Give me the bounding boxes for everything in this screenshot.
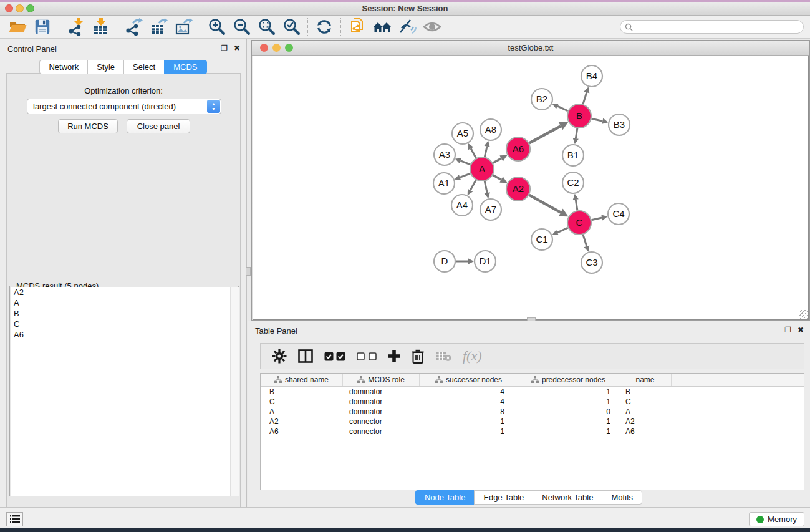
table-cell[interactable]: B <box>619 387 672 396</box>
table-row[interactable]: Bdominator41B <box>261 387 804 397</box>
tab-mcds[interactable]: MCDS <box>164 60 206 74</box>
table-cell[interactable]: 1 <box>420 427 518 436</box>
graph-edge-A-A4[interactable] <box>470 180 476 191</box>
split-divider-handle-left[interactable] <box>246 267 251 276</box>
graph-edge-A-A7[interactable] <box>485 181 487 193</box>
mcds-result-list[interactable]: A2ABCA6 <box>11 287 239 496</box>
table-cell[interactable]: dominator <box>343 407 420 416</box>
function-builder-button-disabled[interactable]: f(x) <box>463 348 482 364</box>
zoom-out-button[interactable] <box>229 17 254 37</box>
resize-grip[interactable] <box>799 310 808 319</box>
graph-edge-C-C2[interactable] <box>576 200 577 210</box>
delete-table-button-disabled[interactable] <box>435 351 451 362</box>
table-row[interactable]: A2connector11A2 <box>261 417 804 427</box>
save-session-button[interactable] <box>30 17 55 37</box>
float-panel-icon[interactable]: ❐ <box>784 326 791 334</box>
table-row[interactable]: A6connector11A6 <box>261 427 804 437</box>
tab-network[interactable]: Network <box>39 60 87 74</box>
import-table-button[interactable] <box>88 17 113 37</box>
graph-edge-A-A5[interactable] <box>471 148 476 158</box>
tab-select[interactable]: Select <box>123 60 164 74</box>
zoom-window-button[interactable] <box>26 4 34 12</box>
column-header-successor-nodes[interactable]: successor nodes <box>420 374 518 386</box>
graph-edge-B-B3[interactable] <box>592 118 603 121</box>
graph-edge-A-A6[interactable] <box>493 158 501 163</box>
list-scrollbar-track[interactable] <box>230 287 239 496</box>
import-network-button[interactable] <box>63 17 88 37</box>
search-input[interactable] <box>635 22 803 31</box>
criterion-select[interactable]: largest connected component (directed) ▲… <box>27 99 221 114</box>
delete-column-button[interactable] <box>412 349 424 364</box>
apply-layout-button[interactable] <box>312 17 337 37</box>
graph-edge-C-C4[interactable] <box>592 218 602 220</box>
table-cell[interactable]: 0 <box>518 407 619 416</box>
node-table[interactable]: shared nameMCDS rolesuccessor nodesprede… <box>260 373 804 490</box>
close-window-button[interactable] <box>5 4 13 12</box>
tab-motifs[interactable]: Motifs <box>602 490 642 505</box>
graph-edge-B-B2[interactable] <box>557 106 568 111</box>
mcds-result-item[interactable]: B <box>11 308 239 319</box>
tab-edge-table[interactable]: Edge Table <box>474 490 533 505</box>
graph-edge-B-B1[interactable] <box>576 128 577 138</box>
network-canvas[interactable]: B4B2BB3A5A8A6A3B1AA1A2C2A4A7C4CC1C3DD1 <box>253 56 809 320</box>
column-header-shared-name[interactable]: shared name <box>261 374 343 386</box>
table-cell[interactable]: A6 <box>261 427 343 436</box>
zoom-in-button[interactable] <box>204 17 229 37</box>
table-cell[interactable]: A6 <box>619 427 672 436</box>
table-cell[interactable]: 8 <box>420 407 518 416</box>
minimize-view-button[interactable] <box>272 44 281 52</box>
graph-edge-A-A1[interactable] <box>460 173 471 177</box>
graph-edge-A-A2[interactable] <box>493 175 501 180</box>
table-cell[interactable]: B <box>261 387 343 396</box>
hide-selected-button[interactable] <box>395 17 420 37</box>
table-cell[interactable]: 1 <box>518 387 619 396</box>
show-hidden-button[interactable] <box>420 17 445 37</box>
tab-node-table[interactable]: Node Table <box>415 490 475 505</box>
create-column-button[interactable] <box>388 350 400 362</box>
close-view-button[interactable] <box>260 44 268 52</box>
graph-edge-A-A8[interactable] <box>485 147 487 157</box>
table-cell[interactable]: 1 <box>518 397 619 406</box>
close-panel-icon[interactable]: ✖ <box>234 44 240 52</box>
new-network-from-selection-button[interactable] <box>345 17 370 37</box>
search-box[interactable] <box>620 20 804 34</box>
table-cell[interactable]: C <box>261 397 343 406</box>
graph-edge-C-C1[interactable] <box>557 228 568 233</box>
minimize-window-button[interactable] <box>16 4 24 12</box>
tab-style[interactable]: Style <box>87 60 123 74</box>
export-image-button[interactable] <box>171 17 196 37</box>
column-header-predecessor-nodes[interactable]: predecessor nodes <box>518 374 619 386</box>
table-cell[interactable]: 1 <box>420 417 518 426</box>
graph-edge-A-A3[interactable] <box>460 161 470 165</box>
table-cell[interactable]: dominator <box>343 387 420 396</box>
table-cell[interactable]: dominator <box>343 397 420 406</box>
run-mcds-button[interactable]: Run MCDS <box>58 119 118 133</box>
mcds-result-item[interactable]: C <box>11 319 239 329</box>
graph-edge-B-B4[interactable] <box>583 92 587 104</box>
table-row[interactable]: Cdominator41C <box>261 397 804 407</box>
table-cell[interactable]: A2 <box>619 417 672 426</box>
mcds-result-item[interactable]: A <box>11 297 239 308</box>
mcds-result-item[interactable]: A6 <box>11 329 239 340</box>
column-header-name[interactable]: name <box>619 374 672 386</box>
close-panel-button[interactable]: Close panel <box>127 119 190 133</box>
open-file-button[interactable] <box>5 17 30 37</box>
export-network-button[interactable] <box>121 17 146 37</box>
graph-edge-A6-B[interactable] <box>529 126 561 143</box>
table-cell[interactable]: A <box>261 407 343 416</box>
table-row[interactable]: Adominator80A <box>261 407 804 417</box>
task-history-button[interactable] <box>6 512 23 526</box>
table-cell[interactable]: C <box>619 397 672 406</box>
zoom-fit-button[interactable] <box>254 17 279 37</box>
table-settings-button[interactable] <box>272 349 287 364</box>
deselect-all-button[interactable] <box>357 352 377 360</box>
memory-button[interactable]: Memory <box>749 512 804 526</box>
table-cell[interactable]: 4 <box>420 387 518 396</box>
float-panel-icon[interactable]: ❐ <box>221 44 228 52</box>
close-panel-icon[interactable]: ✖ <box>798 326 804 334</box>
zoom-view-button[interactable] <box>285 44 293 52</box>
export-table-button[interactable] <box>146 17 171 37</box>
table-cell[interactable]: 1 <box>518 417 619 426</box>
zoom-selected-button[interactable] <box>279 17 304 37</box>
table-cell[interactable]: A2 <box>261 417 343 426</box>
